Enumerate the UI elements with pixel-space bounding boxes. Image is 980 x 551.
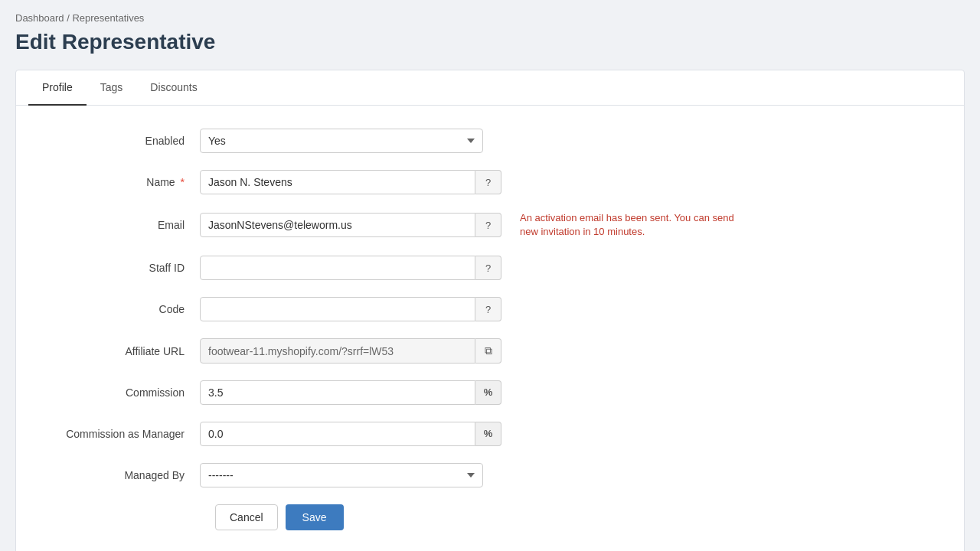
tab-tags[interactable]: Tags — [87, 70, 137, 106]
form-row-affiliate-url: Affiliate URL ⧉ — [47, 338, 933, 364]
form-row-enabled: Enabled Yes No — [47, 129, 933, 153]
label-commission: Commission — [47, 386, 200, 399]
form-row-email: Email ? An activation email has been sen… — [47, 211, 933, 239]
label-code: Code — [47, 303, 200, 315]
form-row-name: Name * ? — [47, 170, 933, 194]
label-enabled: Enabled — [47, 135, 200, 147]
input-group-enabled: Yes No — [200, 129, 483, 153]
tabs: Profile Tags Discounts — [16, 70, 964, 106]
affiliate-url-input[interactable] — [200, 338, 475, 364]
label-staff-id: Staff ID — [47, 262, 200, 274]
commission-manager-suffix: % — [475, 422, 501, 446]
label-managed-by: Managed By — [47, 469, 200, 481]
code-input[interactable] — [200, 297, 475, 321]
name-input[interactable] — [200, 170, 475, 194]
input-group-email: ? — [200, 213, 501, 237]
form-row-managed-by: Managed By ------- — [47, 463, 933, 487]
copy-icon[interactable]: ⧉ — [475, 338, 501, 364]
staff-id-input[interactable] — [200, 256, 475, 280]
email-help-icon[interactable]: ? — [475, 213, 501, 237]
card: Profile Tags Discounts Enabled Yes No Na… — [15, 70, 965, 551]
label-commission-manager: Commission as Manager — [47, 428, 200, 440]
commission-suffix: % — [475, 380, 501, 405]
commission-manager-input[interactable] — [200, 422, 475, 446]
input-group-staff-id: ? — [200, 256, 501, 280]
form-actions: Cancel Save — [200, 504, 933, 530]
save-button[interactable]: Save — [286, 504, 344, 530]
form-row-commission-manager: Commission as Manager % — [47, 422, 933, 446]
input-group-affiliate-url: ⧉ — [200, 338, 501, 364]
managed-by-select[interactable]: ------- — [200, 463, 483, 487]
form-row-staff-id: Staff ID ? — [47, 256, 933, 280]
code-help-icon[interactable]: ? — [475, 297, 501, 321]
page-wrapper: Dashboard / Representatives Edit Represe… — [0, 0, 980, 551]
label-email: Email — [47, 219, 200, 231]
input-group-managed-by: ------- — [200, 463, 483, 487]
label-affiliate-url: Affiliate URL — [47, 345, 200, 357]
email-error: An activation email has been sent. You c… — [520, 211, 734, 239]
page-title: Edit Representative — [15, 30, 965, 54]
staff-id-help-icon[interactable]: ? — [475, 256, 501, 280]
input-group-commission-manager: % — [200, 422, 501, 446]
input-group-name: ? — [200, 170, 501, 194]
enabled-select[interactable]: Yes No — [200, 129, 483, 153]
form-row-commission: Commission % — [47, 380, 933, 405]
email-input[interactable] — [200, 213, 475, 237]
tab-discounts[interactable]: Discounts — [136, 70, 211, 106]
commission-input[interactable] — [200, 380, 475, 405]
form-row-code: Code ? — [47, 297, 933, 321]
cancel-button[interactable]: Cancel — [215, 504, 278, 530]
input-group-code: ? — [200, 297, 501, 321]
tab-profile[interactable]: Profile — [28, 70, 87, 106]
form-body: Enabled Yes No Name * ? — [16, 106, 964, 551]
breadcrumb: Dashboard / Representatives — [15, 12, 965, 24]
input-group-commission: % — [200, 380, 501, 405]
name-help-icon[interactable]: ? — [475, 170, 501, 194]
label-name: Name * — [47, 176, 200, 188]
